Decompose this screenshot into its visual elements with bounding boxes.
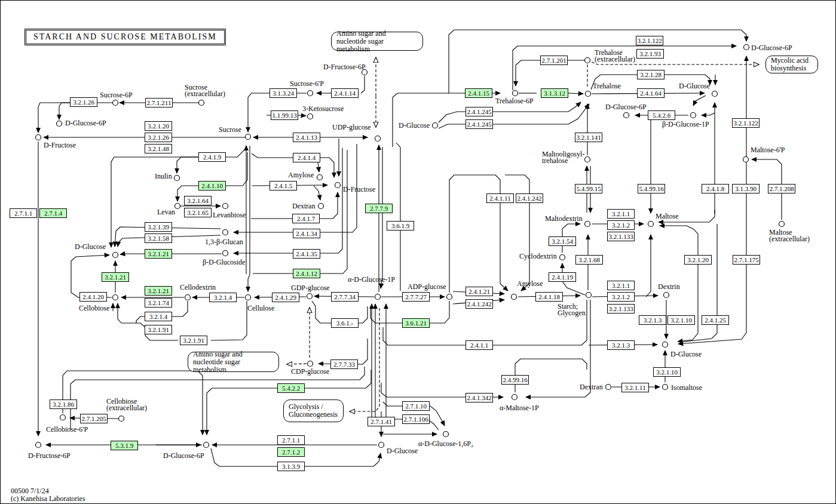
compound-node-1-3-beta-glucan[interactable] [223, 230, 228, 235]
compound-node-cellodextrin[interactable] [185, 295, 191, 300]
enzyme-box-2.7.1.10[interactable]: 2.7.1.10 [402, 401, 430, 411]
enzyme-box-2.4.1.34[interactable]: 2.4.1.34 [293, 229, 320, 238]
enzyme-box-2.4.1.64[interactable]: 2.4.1.64 [637, 88, 664, 98]
compound-node-trehalose-extracellular-[interactable] [585, 58, 590, 63]
compound-node-cellulose[interactable] [246, 295, 251, 300]
enzyme-box-2.4.1.10[interactable]: 2.4.1.10 [198, 181, 226, 190]
enzyme-box-3.2.1.58[interactable]: 3.2.1.58 [145, 233, 172, 243]
enzyme-box-3.2.1.26[interactable]: 3.2.1.26 [70, 97, 97, 107]
pathway-link-glycolysis-[interactable]: Glycolysis / Gluconeogenesis [283, 399, 344, 422]
compound-node-d-glucose[interactable] [712, 91, 718, 97]
compound-node-sucrose-6p[interactable] [113, 100, 118, 106]
compound-node-beta-d-glucoside[interactable] [223, 251, 228, 256]
compound-node-sucrose-extracellular-[interactable] [199, 100, 204, 106]
enzyme-box-3.2.1.122[interactable]: 3.2.1.122 [636, 36, 663, 45]
compound-node-alpha-maltose-1p[interactable] [512, 395, 517, 400]
compound-node-alpha-d-glucose-1-6p2[interactable] [443, 432, 449, 437]
enzyme-box-3.2.1.91[interactable]: 3.2.1.91 [145, 325, 172, 334]
enzyme-box-3.2.1.11[interactable]: 3.2.1.11 [621, 383, 649, 392]
enzyme-box-3.2.1.133[interactable]: 3.2.1.133 [607, 304, 635, 314]
enzyme-box-3.2.1.141[interactable]: 3.2.1.141 [575, 133, 602, 142]
enzyme-box-3.1.3.9[interactable]: 3.1.3.9 [277, 462, 305, 471]
enzyme-box-2.7.1.41[interactable]: 2.7.1.41 [368, 417, 395, 426]
enzyme-box-3.2.1.4[interactable]: 3.2.1.4 [209, 293, 237, 302]
enzyme-box-3.2.1.4[interactable]: 3.2.1.4 [145, 312, 172, 321]
enzyme-box-3.2.1.3[interactable]: 3.2.1.3 [639, 315, 666, 325]
enzyme-box-3.2.1.1[interactable]: 3.2.1.1 [607, 281, 635, 290]
compound-node-d-glucose-6p[interactable] [204, 442, 209, 448]
enzyme-box-2.4.1.12[interactable]: 2.4.1.12 [293, 269, 320, 278]
enzyme-box-3.6.1.21[interactable]: 3.6.1.21 [402, 318, 430, 328]
enzyme-box-3.2.1.21[interactable]: 3.2.1.21 [145, 286, 172, 296]
compound-node-d-glucose[interactable] [113, 253, 118, 258]
enzyme-box-2.4.1.245[interactable]: 2.4.1.245 [466, 119, 493, 129]
enzyme-box-2.7.7.33[interactable]: 2.7.7.33 [330, 359, 358, 369]
enzyme-box-2.4.1.35[interactable]: 2.4.1.35 [293, 249, 320, 259]
compound-node-d-glucose[interactable] [663, 342, 668, 348]
compound-node-maltooligosyl-trehalose[interactable] [585, 157, 590, 162]
enzyme-box-2.7.1.2[interactable]: 2.7.1.2 [277, 447, 305, 457]
enzyme-box-2.4.1.29[interactable]: 2.4.1.29 [272, 293, 299, 302]
enzyme-box-2.7.7.27[interactable]: 2.7.7.27 [402, 292, 430, 302]
enzyme-box-2.4.1.20[interactable]: 2.4.1.20 [79, 292, 107, 302]
enzyme-box-2.4.1.18[interactable]: 2.4.1.18 [535, 292, 563, 302]
enzyme-box-3.2.1.91[interactable]: 3.2.1.91 [180, 336, 207, 345]
enzyme-box-3.2.1.3[interactable]: 3.2.1.3 [607, 340, 635, 350]
enzyme-box-3.2.1.68[interactable]: 3.2.1.68 [575, 255, 603, 265]
compound-node-maltodextrin[interactable] [585, 222, 590, 227]
enzyme-box-2.4.99.16[interactable]: 2.4.99.16 [501, 375, 529, 385]
enzyme-box-2.4.1.342[interactable]: 2.4.1.342 [466, 393, 493, 402]
enzyme-box-3.2.1.54[interactable]: 3.2.1.54 [549, 236, 576, 246]
compound-node-amylose[interactable] [317, 175, 323, 180]
enzyme-box-5.3.1.9[interactable]: 5.3.1.9 [111, 441, 138, 450]
enzyme-box-3.2.1.20[interactable]: 3.2.1.20 [145, 121, 172, 131]
enzyme-box-2.7.1.205[interactable]: 2.7.1.205 [80, 414, 108, 423]
compound-node-amylose[interactable] [512, 294, 517, 300]
compound-node-cellobiose-6-p[interactable] [60, 415, 66, 420]
compound-node-cellobiose[interactable] [113, 295, 118, 300]
compound-node-d-glucose[interactable] [433, 123, 438, 128]
enzyme-box-2.4.1.21[interactable]: 2.4.1.21 [466, 287, 493, 296]
pathway-link-mycolic-acid[interactable]: Mycolic acid biosynthesis [765, 56, 818, 73]
enzyme-box-3.2.1.21[interactable]: 3.2.1.21 [102, 272, 129, 282]
enzyme-box-5.4.2.2[interactable]: 5.4.2.2 [277, 383, 305, 393]
compound-node-levan[interactable] [175, 204, 180, 209]
enzyme-box-2.7.1.1[interactable]: 2.7.1.1 [10, 208, 37, 218]
enzyme-box-3.2.1.65[interactable]: 3.2.1.65 [184, 208, 212, 217]
enzyme-box-3.2.1.2[interactable]: 3.2.1.2 [607, 220, 635, 230]
compound-node-cyclodextrin[interactable] [560, 255, 565, 260]
enzyme-box-3.2.1.10[interactable]: 3.2.1.10 [653, 367, 681, 377]
enzyme-box-2.4.1.9[interactable]: 2.4.1.9 [198, 152, 226, 162]
enzyme-box-2.4.1.19[interactable]: 2.4.1.19 [549, 272, 576, 282]
compound-node-udp-glucose[interactable] [375, 136, 381, 142]
compound-node-inulin[interactable] [174, 176, 180, 181]
compound-node-dextran[interactable] [606, 385, 611, 390]
compound-node-maltose[interactable] [648, 222, 654, 227]
enzyme-box-2.4.1.7[interactable]: 2.4.1.7 [292, 214, 320, 223]
enzyme-box-2.4.1.13[interactable]: 2.4.1.13 [293, 133, 320, 142]
compound-node-sucrose-6-p[interactable] [308, 91, 313, 96]
enzyme-box-2.7.1.1[interactable]: 2.7.1.1 [277, 435, 305, 445]
enzyme-box-3.1.3.24[interactable]: 3.1.3.24 [270, 88, 297, 98]
enzyme-box-5.4.2.6[interactable]: 5.4.2.6 [648, 110, 675, 120]
enzyme-box-3.2.1.2[interactable]: 3.2.1.2 [607, 292, 635, 302]
compound-node-alpha-d-glucose-1p[interactable] [375, 294, 381, 300]
compound-node-d-fructose[interactable] [36, 135, 41, 140]
enzyme-box-3.2.1.28[interactable]: 3.2.1.28 [637, 70, 664, 79]
compound-node-beta-d-glucose-1p[interactable] [691, 113, 696, 118]
compound-node-cdp-glucose[interactable] [308, 361, 313, 367]
compound-node-d-glucose-6p[interactable] [744, 45, 749, 50]
enzyme-box-2.7.1.106[interactable]: 2.7.1.106 [402, 414, 430, 424]
enzyme-box-2.4.1.8[interactable]: 2.4.1.8 [702, 184, 729, 193]
enzyme-box-3.2.1.20[interactable]: 3.2.1.20 [684, 255, 712, 265]
enzyme-box-3.2.1.64[interactable]: 3.2.1.64 [184, 196, 212, 205]
enzyme-box-2.4.1.4[interactable]: 2.4.1.4 [293, 153, 320, 162]
compound-node-levanbiose[interactable] [223, 204, 228, 209]
compound-node-d-glucose-6p[interactable] [624, 113, 629, 118]
enzyme-box-3.2.1.39[interactable]: 3.2.1.39 [145, 222, 172, 232]
compound-node-d-fructose-6p[interactable] [36, 442, 41, 448]
enzyme-box-3.2.1.74[interactable]: 3.2.1.74 [145, 298, 172, 308]
enzyme-box-3.2.1.93[interactable]: 3.2.1.93 [636, 49, 664, 59]
compound-node-dextrin[interactable] [664, 293, 669, 298]
compound-node-gdp-glucose[interactable] [307, 294, 313, 299]
